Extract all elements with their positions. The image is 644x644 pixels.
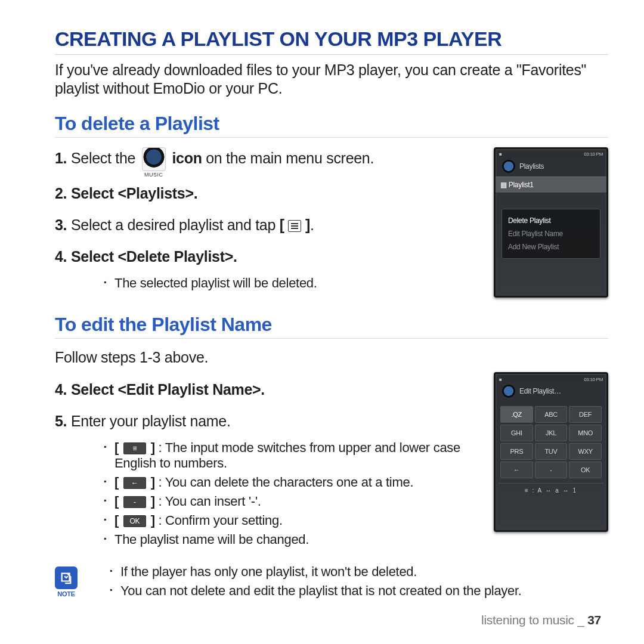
note-block: NOTE If the player has only one playlist… bbox=[55, 564, 608, 611]
step-1: 1. Select the icon on the main menu scre… bbox=[55, 147, 477, 171]
step-5: 5. Enter your playlist name. bbox=[55, 412, 477, 431]
music-icon bbox=[142, 147, 166, 171]
step-4: 4. Select <Delete Playlist>. bbox=[55, 247, 477, 266]
heading-delete: To delete a Playlist bbox=[55, 113, 608, 135]
page-title: CREATING A PLAYLIST ON YOUR MP3 PLAYER bbox=[55, 27, 608, 51]
step-4b: 4. Select <Edit Playlist Name>. bbox=[55, 380, 477, 399]
device-screenshot-keypad: ■03:10 PM Edit Playlist… .QZ ABC DEF GHI… bbox=[494, 372, 608, 532]
heading-rule bbox=[55, 137, 608, 138]
step-4-sub: The selected playlist will be deleted. bbox=[80, 275, 477, 291]
title-rule bbox=[55, 54, 608, 55]
music-note-icon bbox=[501, 160, 516, 174]
page-footer: listening to music _ 37 bbox=[481, 613, 601, 627]
dash-glyph: - bbox=[123, 496, 146, 508]
follow-steps: Follow steps 1-3 above. bbox=[55, 348, 477, 367]
note-icon bbox=[55, 566, 78, 589]
intro-text: If you've already downloaded files to yo… bbox=[55, 61, 608, 98]
step-5-subs: [ ≡ ] : The input mode switches from upp… bbox=[80, 440, 477, 547]
back-glyph: ← bbox=[123, 477, 146, 489]
music-note-icon bbox=[501, 385, 516, 399]
heading-edit: To edit the Playlist Name bbox=[55, 314, 608, 336]
mode-glyph: ≡ bbox=[123, 442, 146, 454]
heading-rule-2 bbox=[55, 338, 608, 339]
step-3: 3. Select a desired playlist and tap [ ]… bbox=[55, 216, 477, 234]
device-screenshot-playlists: ■03:10 PM Playlists ▦ Playlist1 Delete P… bbox=[494, 147, 608, 298]
step-2: 2. Select <Playlists>. bbox=[55, 184, 477, 203]
menu-icon bbox=[288, 220, 301, 232]
ok-glyph: OK bbox=[123, 515, 146, 527]
